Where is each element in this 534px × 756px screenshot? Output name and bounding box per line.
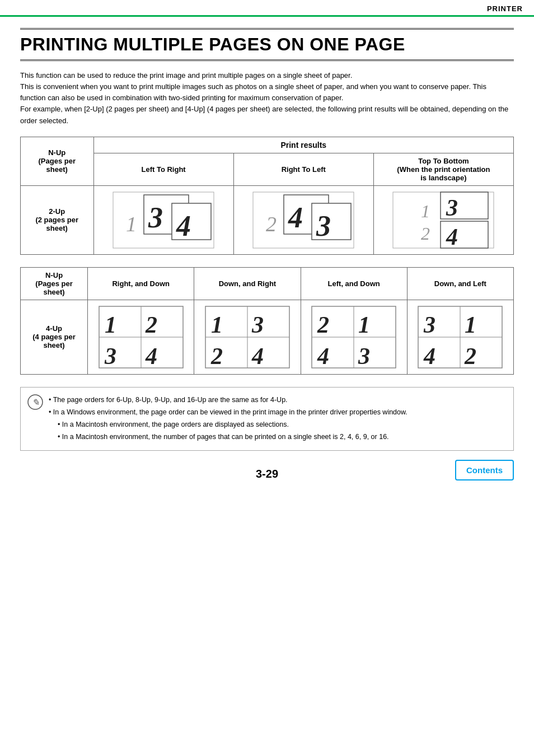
table1-ttb-diagram: 1 2 3 4 xyxy=(373,185,513,254)
table2-row1-label: 4-Up(4 pages persheet) xyxy=(21,300,88,374)
svg-text:3: 3 xyxy=(358,343,370,369)
svg-text:3: 3 xyxy=(148,202,163,234)
table1-rtl-diagram: 2 1 4 3 xyxy=(233,185,373,254)
svg-text:4: 4 xyxy=(176,210,191,242)
svg-text:4: 4 xyxy=(317,343,329,369)
svg-text:1: 1 xyxy=(465,312,476,338)
note-item-1: The page orders for 6-Up, 8-Up, 9-Up, an… xyxy=(49,394,505,405)
svg-text:4: 4 xyxy=(288,202,303,234)
svg-text:4: 4 xyxy=(145,343,157,369)
svg-text:2: 2 xyxy=(210,343,223,369)
notes-list: The page orders for 6-Up, 8-Up, 9-Up, an… xyxy=(49,394,505,442)
table1-row1-label: 2-Up(2 pages persheet) xyxy=(21,185,94,254)
svg-text:✎: ✎ xyxy=(32,398,39,407)
svg-text:1: 1 xyxy=(211,312,223,338)
table-2up: N-Up(Pages persheet) Print results Left … xyxy=(20,137,514,255)
note-item-4: In a Macintosh environment, the number o… xyxy=(49,431,505,442)
table2-dal-diagram: 3 1 4 2 xyxy=(407,300,513,374)
intro-text: This function can be used to reduce the … xyxy=(20,70,514,127)
svg-text:2: 2 xyxy=(145,312,157,338)
table1-col-ttb: Top To Bottom(When the print orientation… xyxy=(373,153,513,185)
notes-section: ✎ The page orders for 6-Up, 8-Up, 9-Up, … xyxy=(20,387,514,451)
table2-col-dal: Down, and Left xyxy=(407,267,513,300)
svg-text:1: 1 xyxy=(126,212,137,236)
table-4up: N-Up(Pages persheet) Right, and Down Dow… xyxy=(20,267,514,375)
svg-text:3: 3 xyxy=(251,312,264,338)
page-title: PRINTING MULTIPLE PAGES ON ONE PAGE xyxy=(20,28,514,61)
header-bar: PRINTER xyxy=(0,0,534,17)
svg-text:1: 1 xyxy=(358,312,370,338)
table2-col-lad: Left, and Down xyxy=(301,267,407,300)
table1-col-ltr: Left To Right xyxy=(93,153,233,185)
table1-ltr-diagram: 1 2 3 4 xyxy=(93,185,233,254)
svg-text:2: 2 xyxy=(464,343,476,369)
table2-col-rad: Right, and Down xyxy=(88,267,194,300)
table2-rad-diagram: 1 2 3 4 xyxy=(88,300,194,374)
svg-text:2: 2 xyxy=(266,212,277,236)
svg-text:3: 3 xyxy=(104,343,116,369)
svg-text:2: 2 xyxy=(421,223,430,244)
table1-print-results-header: Print results xyxy=(93,137,513,153)
intro-para1: This function can be used to reduce the … xyxy=(20,70,514,81)
svg-text:4: 4 xyxy=(251,343,264,369)
table2-col-dar: Down, and Right xyxy=(194,267,301,300)
svg-text:3: 3 xyxy=(423,312,435,338)
note-item-2: In a Windows environment, the page order… xyxy=(49,407,505,418)
page-content: PRINTING MULTIPLE PAGES ON ONE PAGE This… xyxy=(0,17,534,503)
intro-para3: For example, when [2-Up] (2 pages per sh… xyxy=(20,104,514,126)
svg-text:2: 2 xyxy=(317,312,329,338)
svg-text:1: 1 xyxy=(421,201,430,221)
note-item-3: In a Macintosh environment, the page ord… xyxy=(49,419,505,430)
table2-nup-header: N-Up(Pages persheet) xyxy=(21,267,88,300)
svg-text:1: 1 xyxy=(105,312,116,338)
page-number: 3-29 xyxy=(256,468,278,480)
header-title: PRINTER xyxy=(487,4,523,13)
svg-text:4: 4 xyxy=(423,343,435,369)
page-footer: 3-29 Contents xyxy=(20,468,514,480)
svg-text:3: 3 xyxy=(316,210,331,242)
contents-button[interactable]: Contents xyxy=(455,460,514,480)
table2-dar-diagram: 1 3 2 4 xyxy=(194,300,301,374)
svg-text:4: 4 xyxy=(446,224,458,250)
intro-para2: This is convenient when you want to prin… xyxy=(20,81,514,104)
svg-text:3: 3 xyxy=(446,195,458,221)
table1-nup-header: N-Up(Pages persheet) xyxy=(21,137,94,185)
table2-lad-diagram: 2 1 4 3 xyxy=(301,300,407,374)
table1-col-rtl: Right To Left xyxy=(233,153,373,185)
note-icon: ✎ xyxy=(27,394,43,410)
